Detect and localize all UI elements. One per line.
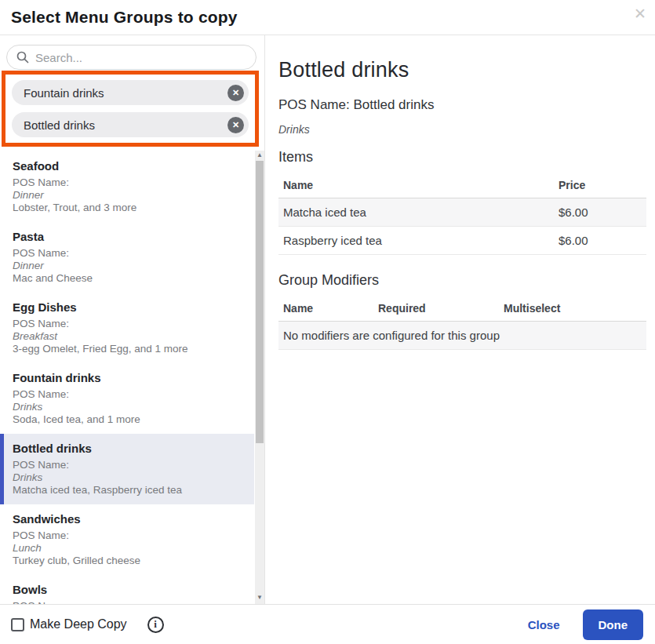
item-price-cell: $6.00 — [554, 227, 646, 255]
close-icon[interactable]: ✕ — [634, 6, 646, 21]
group-pos-label: POS Name: — [13, 459, 242, 471]
table-row: Matcha iced tea$6.00 — [278, 198, 646, 227]
group-name: Fountain drinks — [13, 371, 242, 385]
group-pos-name: Breakfast — [13, 330, 242, 343]
modal-body: Fountain drinks✕Bottled drinks✕ SeafoodP… — [0, 35, 655, 604]
column-header: Required — [373, 296, 499, 322]
table-row: Raspberry iced tea$6.00 — [278, 227, 646, 255]
group-items-summary: Matcha iced tea, Raspberry iced tea — [13, 484, 242, 497]
items-table: NamePrice Matcha iced tea$6.00Raspberry … — [278, 173, 646, 255]
annotation-highlight-box: Fountain drinks✕Bottled drinks✕ — [2, 71, 259, 147]
chip-remove-icon[interactable]: ✕ — [227, 117, 244, 133]
search-input[interactable] — [35, 51, 248, 64]
modal-title: Select Menu Groups to copy — [11, 8, 238, 27]
chip-label: Fountain drinks — [24, 86, 104, 100]
group-pos-label: POS Name: — [13, 529, 242, 542]
modifiers-section-heading: Group Modifiers — [278, 272, 646, 289]
scroll-down-icon[interactable]: ▼ — [255, 593, 264, 602]
group-items-summary: Mac and Cheese — [13, 272, 242, 285]
search-box[interactable] — [6, 45, 257, 70]
group-pos-name: Dinner — [13, 189, 242, 202]
table-row: No modifiers are configured for this gro… — [278, 322, 646, 350]
menu-group-list-item[interactable]: Bottled drinksPOS Name:DrinksMatcha iced… — [0, 434, 254, 504]
menu-group-list-inner: SeafoodPOS Name:DinnerLobster, Trout, an… — [0, 151, 254, 604]
select-menu-groups-modal: Select Menu Groups to copy ✕ Fountain dr… — [0, 0, 655, 644]
chip-label: Bottled drinks — [24, 118, 95, 132]
selected-group-chip: Bottled drinks✕ — [12, 112, 249, 137]
group-pos-name: Dinner — [13, 260, 242, 272]
column-header: Multiselect — [499, 296, 646, 322]
modal-footer: Make Deep Copy i Close Done — [0, 604, 655, 644]
group-pos-name: Lunch — [13, 542, 242, 555]
group-pos-name: Drinks — [13, 401, 242, 413]
item-price-cell: $6.00 — [554, 198, 646, 227]
list-scrollbar[interactable]: ▲ ▼ — [255, 151, 264, 604]
modifiers-empty-message: No modifiers are configured for this gro… — [278, 322, 646, 350]
group-pos-label: POS Name: — [13, 388, 242, 401]
group-name: Bowls — [13, 583, 242, 597]
group-name: Seafood — [13, 159, 242, 173]
group-items-summary: 3-egg Omelet, Fried Egg, and 1 more — [13, 343, 242, 355]
menu-group-list-item[interactable]: Fountain drinksPOS Name:DrinksSoda, Iced… — [0, 363, 254, 434]
left-panel: Fountain drinks✕Bottled drinks✕ SeafoodP… — [0, 35, 265, 604]
item-name-cell: Raspberry iced tea — [278, 227, 554, 255]
menu-group-list-item[interactable]: PastaPOS Name:DinnerMac and Cheese — [0, 222, 254, 293]
search-icon — [16, 51, 29, 64]
group-pos-label: POS Name: — [13, 600, 242, 604]
menu-group-list-item[interactable]: Egg DishesPOS Name:Breakfast3-egg Omelet… — [0, 293, 254, 363]
group-items-summary: Soda, Iced tea, and 1 more — [13, 413, 242, 426]
close-button[interactable]: Close — [528, 618, 560, 631]
group-name: Bottled drinks — [13, 442, 242, 456]
column-header: Name — [278, 296, 373, 322]
menu-group-list-item[interactable]: SandwichesPOS Name:LunchTurkey club, Gri… — [0, 504, 254, 575]
deep-copy-label: Make Deep Copy — [30, 617, 127, 631]
group-name: Sandwiches — [13, 512, 242, 526]
column-header: Price — [554, 173, 646, 198]
detail-pos-name: POS Name: Bottled drinks — [278, 97, 646, 113]
group-items-summary: Turkey club, Grilled cheese — [13, 555, 242, 567]
menu-group-list: SeafoodPOS Name:DinnerLobster, Trout, an… — [0, 151, 264, 604]
menu-group-list-item[interactable]: SeafoodPOS Name:DinnerLobster, Trout, an… — [0, 151, 254, 222]
group-pos-label: POS Name: — [13, 318, 242, 330]
scroll-up-icon[interactable]: ▲ — [255, 151, 264, 160]
detail-category: Drinks — [278, 123, 646, 136]
info-icon[interactable]: i — [147, 617, 164, 633]
deep-copy-control: Make Deep Copy i — [11, 617, 164, 633]
group-detail-panel: Bottled drinks POS Name: Bottled drinks … — [265, 35, 655, 604]
group-modifiers-table: NameRequiredMultiselect No modifiers are… — [278, 296, 646, 350]
group-pos-name: Drinks — [13, 471, 242, 484]
column-header: Name — [278, 173, 554, 198]
detail-title: Bottled drinks — [278, 58, 646, 82]
modal-header: Select Menu Groups to copy ✕ — [0, 0, 655, 35]
group-items-summary: Lobster, Trout, and 3 more — [13, 202, 242, 214]
group-name: Pasta — [13, 230, 242, 244]
group-name: Egg Dishes — [13, 300, 242, 315]
group-pos-label: POS Name: — [13, 176, 242, 189]
item-name-cell: Matcha iced tea — [278, 198, 554, 227]
footer-actions: Close Done — [528, 609, 643, 640]
menu-group-list-item[interactable]: BowlsPOS Name:LunchQuinoa bowl, Brown ri… — [0, 575, 254, 604]
group-pos-label: POS Name: — [13, 247, 242, 260]
chip-remove-icon[interactable]: ✕ — [227, 85, 244, 101]
items-section-heading: Items — [278, 149, 646, 166]
done-button[interactable]: Done — [583, 609, 644, 640]
scrollbar-thumb[interactable] — [256, 161, 264, 443]
search-wrap — [0, 35, 264, 70]
deep-copy-checkbox[interactable] — [11, 618, 24, 631]
selected-group-chip: Fountain drinks✕ — [12, 80, 249, 105]
